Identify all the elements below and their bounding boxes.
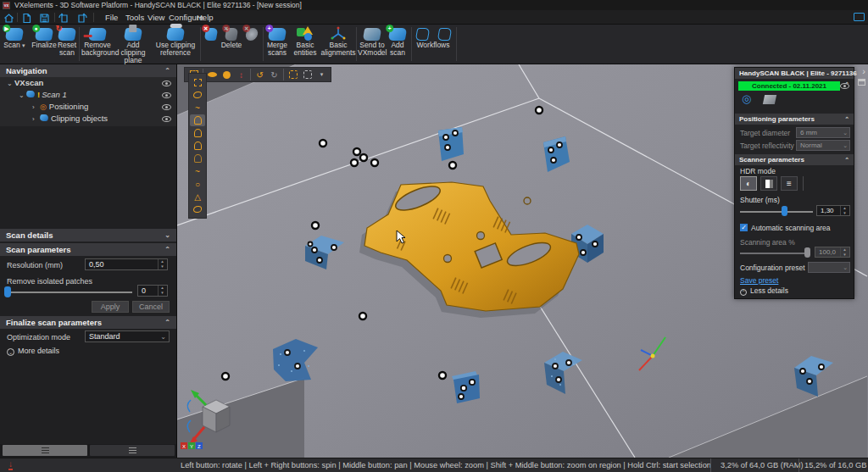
visibility-eye-icon[interactable] [162,116,171,122]
tree-item-positioning[interactable]: ›◎Positioning [0,101,176,113]
basic-alignments-button[interactable]: Basic alignments [320,26,356,57]
scanner-parameters-header[interactable]: Scanner parameters⌃ [735,154,854,165]
title-bar: vx VXelements - 3D Software Platform - H… [0,0,868,10]
tab-tree-view[interactable] [3,445,87,456]
target-diameter-label: Target diameter [740,129,790,137]
tree-item-scan1[interactable]: ⌄!Scan 1 [0,89,176,101]
shutter-input[interactable]: 1,30 ▲▼ [816,205,850,216]
resolution-input[interactable]: 0,50 ▲▼ [85,258,168,270]
navigation-header[interactable]: Navigation⌃ [0,64,176,77]
window-title: VXelements - 3D Software Platform - Hand… [14,0,302,10]
rotate-right-icon[interactable]: ↻ [269,69,280,81]
select-d-tool-active[interactable] [190,114,205,126]
tab-list-view[interactable] [90,445,175,456]
remove-background-button[interactable]: Remove background [81,26,114,57]
reset-scan-icon: ↻ [58,28,77,41]
finalize-parameters-header[interactable]: Finalize scan parameters⌃ [0,316,176,329]
fullscreen-icon[interactable] [854,13,865,21]
tree-item-vxscan[interactable]: ⌄VXscan [0,77,176,89]
basic-entities-button[interactable]: Basic entities [292,26,319,57]
select-d-tool[interactable] [190,140,205,152]
zoom-target-icon[interactable] [302,69,313,81]
finalize-button[interactable]: ● Finalize [31,26,58,49]
menu-file[interactable]: File [102,10,121,25]
less-details-link[interactable]: ⌃Less details [740,286,788,296]
menu-help[interactable]: Help [193,10,217,25]
select-circle-tool[interactable]: ○ [190,178,205,190]
vertical-spin-icon[interactable]: ↕ [236,69,247,81]
export-session-icon[interactable] [76,12,87,23]
hdr-mode-standard-button[interactable]: ◐ [740,176,757,191]
use-clipping-reference-button[interactable]: Use clipping reference [153,26,198,57]
status-bar: ↓ Left button: rotate | Left + Right but… [0,458,868,472]
select-triangle-tool[interactable]: △ [190,191,205,203]
positioning-mode-icon[interactable]: ◎ [742,92,751,105]
surface-mode-icon[interactable] [763,95,776,104]
select-d-outline-tool[interactable] [190,153,205,164]
select-brush-tool[interactable]: ~ [190,165,205,177]
panel-window-icon[interactable] [858,79,865,86]
select-rectangle-tool[interactable] [190,76,205,88]
tree-item-clipping-objects[interactable]: ›Clipping objects [0,113,176,125]
spinner-icon[interactable]: ▲▼ [840,206,849,215]
shutter-slider[interactable] [740,211,813,213]
add-scan-button[interactable]: + Add scan [387,26,409,57]
hdr-mode-contrast-button[interactable] [760,176,777,191]
apply-button[interactable]: Apply [92,301,129,313]
isolated-patches-slider[interactable] [7,292,132,293]
home-icon[interactable] [3,12,14,23]
visibility-eye-icon[interactable] [162,92,171,98]
send-to-vxmodel-button[interactable]: Send to VXmodel [358,26,387,57]
select-d-tool[interactable] [190,127,205,139]
delete-entity-icon[interactable]: ✕ [245,28,259,41]
delete-scan-icon[interactable]: ✕ [204,28,219,41]
add-clipping-plane-button[interactable]: Add clipping plane [115,26,151,64]
menu-bar: File Tools View Configure Help [0,10,868,25]
workflows-group[interactable]: Workflows [414,26,453,49]
configuration-preset-select[interactable]: ⌄ [808,262,850,273]
auto-scanning-area-checkbox[interactable]: ✓ [740,224,748,231]
visibility-eye-icon[interactable] [840,83,849,89]
delete-curve-icon[interactable]: ✕ [225,28,239,41]
scan-icon: ▶ [5,28,25,41]
save-preset-link[interactable]: Save preset [740,276,778,285]
clipping-icon [39,114,49,121]
select-freeform-tool[interactable]: ~ [190,102,205,114]
orbit-disc-icon[interactable] [207,69,218,81]
shutter-slider-handle[interactable] [782,206,787,216]
spinner-icon[interactable]: ▲▼ [158,286,166,296]
select-lasso-tool[interactable] [190,89,205,101]
isolated-patches-slider-handle[interactable] [4,286,11,297]
scan-details-header[interactable]: Scan details⌄ [0,229,176,242]
scanning-area-input: 100,0 ▲▼ [815,247,850,258]
new-session-icon[interactable] [21,12,32,23]
more-details-link[interactable]: ⌄More details [7,347,59,356]
import-session-icon[interactable] [58,12,70,23]
merge-scans-button[interactable]: + Merge scans [264,26,290,57]
optimization-mode-select[interactable]: Standard⌄ [85,330,170,342]
rotate-left-icon[interactable]: ↺ [254,69,265,81]
list-view-icon [129,447,136,453]
select-blob-tool[interactable] [190,203,205,215]
scan-button[interactable]: ▶ Scan ▾ [2,26,27,49]
viewport-3d[interactable]: X Y Z ↕ ↺ ↻ ▾ ~ [177,64,868,458]
reset-scan-button[interactable]: ↻ Reset scan [56,26,78,57]
scan-parameters-header[interactable]: Scan parameters⌃ [0,243,176,256]
axis-labels: X Y Z [181,442,203,449]
spinner-icon[interactable]: ▲▼ [158,259,166,269]
isolated-patches-input[interactable]: 0 ▲▼ [137,285,168,297]
toolbar-dropdown-icon[interactable]: ▾ [316,69,327,81]
save-session-icon[interactable] [39,12,50,23]
hdr-mode-custom-button[interactable]: ≡ [781,176,798,191]
sphere-view-icon[interactable] [221,69,232,81]
positioning-parameters-header[interactable]: Positioning parameters⌃ [735,114,854,125]
zoom-frame-icon[interactable] [287,69,298,81]
visibility-eye-icon[interactable] [162,104,171,110]
target-reflectivity-label: Target reflectivity [740,142,794,150]
delete-group[interactable]: ✕ ✕ ✕ Delete [203,26,259,49]
visibility-eye-icon[interactable] [162,81,171,86]
download-icon[interactable]: ↓ [8,460,13,470]
panel-collapse-icon[interactable]: › [862,66,865,76]
cancel-button[interactable]: Cancel [132,301,170,313]
device-panel-header[interactable]: HandySCAN BLACK | Elite - 9271136⌃ [735,68,854,79]
